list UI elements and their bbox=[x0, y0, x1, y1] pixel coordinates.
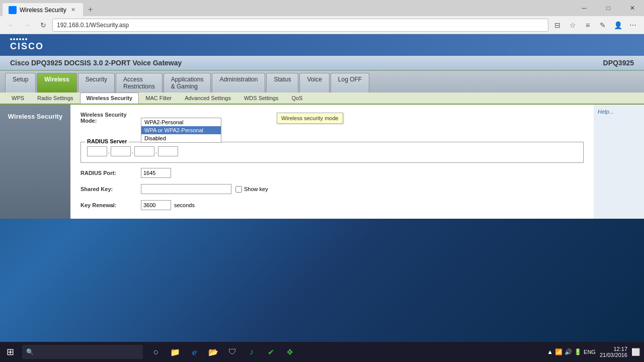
dropdown-option-wpa-or-wpa2[interactable]: WPA or WPA2-Personal bbox=[141, 126, 221, 134]
clock-time: 12:17 bbox=[600, 346, 627, 352]
tab-favicon bbox=[9, 6, 17, 14]
minimize-button[interactable]: ─ bbox=[573, 0, 596, 16]
section-title: Wireless Security bbox=[8, 113, 62, 120]
tooltip-text: Wireless security mode bbox=[281, 115, 339, 121]
more-icon[interactable]: ⋯ bbox=[626, 18, 640, 32]
radius-ip-inputs: . . . bbox=[87, 146, 577, 156]
forward-button[interactable]: → bbox=[20, 18, 34, 32]
radius-server-group: RADIUS Server . . . bbox=[80, 142, 584, 163]
taskbar-app-cortana[interactable]: ○ bbox=[147, 343, 165, 361]
radius-port-label: RADIUS Port: bbox=[80, 170, 141, 176]
browser-window: Wireless Security ✕ + ─ □ ✕ ← → ↻ ⊟ ☆ ≡ … bbox=[0, 0, 644, 219]
wireless-security-mode-label: Wireless Security Mode: bbox=[80, 112, 141, 124]
sub-tab-advanced-settings[interactable]: Advanced Settings bbox=[178, 93, 237, 104]
dropdown-option-disabled[interactable]: Disabled bbox=[141, 134, 221, 142]
radius-ip-octet-2[interactable] bbox=[111, 146, 131, 156]
taskbar-app-app2[interactable]: ✔ bbox=[262, 343, 280, 361]
address-bar: ← → ↻ ⊟ ☆ ≡ ✎ 👤 ⋯ bbox=[0, 16, 644, 34]
shared-key-label: Shared Key: bbox=[80, 186, 141, 192]
model-banner: Cisco DPQ3925 DOCSIS 3.0 2-PORT Voice Ga… bbox=[0, 56, 644, 71]
tools-icon[interactable]: ≡ bbox=[581, 18, 595, 32]
cisco-logo: CISCO bbox=[10, 41, 44, 52]
header-bar: CISCO bbox=[0, 34, 644, 56]
sub-tab-wireless-security[interactable]: Wireless Security bbox=[80, 93, 139, 104]
edit-icon[interactable]: ✎ bbox=[596, 18, 610, 32]
show-key-label: Show key bbox=[235, 186, 268, 193]
taskbar-time: 12:17 21/03/2016 bbox=[600, 346, 627, 358]
tab-administration[interactable]: Administration bbox=[212, 73, 265, 93]
tab-logoff[interactable]: Log OFF bbox=[331, 73, 369, 93]
favorites-icon[interactable]: ☆ bbox=[566, 18, 580, 32]
wireless-security-mode-dropdown[interactable]: WPA2-Personal WPA or WPA2-Personal Disab… bbox=[141, 118, 221, 143]
cisco-dots bbox=[10, 38, 44, 40]
tab-wireless[interactable]: Wireless bbox=[37, 73, 76, 93]
key-renewal-row: Key Renewal: seconds bbox=[80, 200, 584, 210]
tab-access-restrictions[interactable]: AccessRestrictions bbox=[116, 73, 163, 93]
shared-key-input[interactable] bbox=[141, 184, 231, 194]
dropdown-option-wpa2[interactable]: WPA2-Personal bbox=[141, 118, 221, 126]
refresh-button[interactable]: ↻ bbox=[36, 18, 50, 32]
tab-voice[interactable]: Voice bbox=[299, 73, 329, 93]
sub-tab-mac-filter[interactable]: MAC Filter bbox=[139, 93, 178, 104]
model-number: DPQ3925 bbox=[603, 59, 634, 67]
start-button[interactable]: ⊞ bbox=[0, 342, 20, 362]
tray-network-icon: 📶 bbox=[555, 348, 562, 355]
taskbar-right: ▲ 📶 🔊 🔋 ENG 12:17 21/03/2016 ⬜ bbox=[547, 346, 644, 358]
seconds-label: seconds bbox=[174, 202, 195, 208]
search-icon: 🔍 bbox=[26, 348, 34, 355]
radius-port-row: RADIUS Port: bbox=[80, 168, 584, 178]
tab-status[interactable]: Status bbox=[266, 73, 298, 93]
radius-ip-octet-3[interactable] bbox=[134, 146, 154, 156]
radius-ip-octet-4[interactable] bbox=[158, 146, 178, 156]
close-window-button[interactable]: ✕ bbox=[621, 0, 644, 16]
sub-tab-qos[interactable]: QoS bbox=[285, 93, 309, 104]
tab-security[interactable]: Security bbox=[78, 73, 115, 93]
product-name: Cisco DPQ3925 DOCSIS 3.0 2-PORT Voice Ga… bbox=[10, 59, 182, 67]
back-button[interactable]: ← bbox=[4, 18, 18, 32]
url-input[interactable] bbox=[52, 19, 548, 32]
key-renewal-label: Key Renewal: bbox=[80, 202, 141, 208]
side-label: Wireless Security bbox=[0, 105, 70, 219]
taskbar: ⊞ 🔍 ○ 📁 ℯ 📂 🛡 ♪ ✔ ❖ ▲ 📶 bbox=[0, 342, 644, 362]
shared-key-row: Shared Key: Show key bbox=[80, 184, 584, 194]
tab-close-button[interactable]: ✕ bbox=[69, 6, 77, 14]
router-ui: CISCO Cisco DPQ3925 DOCSIS 3.0 2-PORT Vo… bbox=[0, 34, 644, 219]
browser-tab[interactable]: Wireless Security ✕ bbox=[2, 3, 84, 17]
cisco-logo-area: CISCO bbox=[10, 38, 44, 52]
help-link[interactable]: Help... bbox=[598, 109, 614, 115]
sub-tab-wps[interactable]: WPS bbox=[5, 93, 31, 104]
taskbar-app-spotify[interactable]: ♪ bbox=[243, 343, 261, 361]
tab-applications-gaming[interactable]: Applications& Gaming bbox=[164, 73, 211, 93]
tray-battery-icon: 🔋 bbox=[574, 348, 582, 355]
radius-port-input[interactable] bbox=[141, 168, 171, 178]
taskbar-search[interactable]: 🔍 bbox=[22, 345, 143, 359]
clock-date: 21/03/2016 bbox=[600, 352, 627, 358]
taskbar-apps: ○ 📁 ℯ 📂 🛡 ♪ ✔ ❖ bbox=[147, 343, 299, 361]
window-controls: ─ □ ✕ bbox=[573, 0, 644, 16]
toolbar-icons: ⊟ ☆ ≡ ✎ 👤 ⋯ bbox=[550, 18, 640, 32]
radius-ip-octet-1[interactable] bbox=[87, 146, 107, 156]
tab-setup[interactable]: Setup bbox=[5, 73, 36, 93]
taskbar-app-app3[interactable]: ❖ bbox=[281, 343, 299, 361]
radius-legend: RADIUS Server bbox=[85, 138, 129, 144]
notification-icon[interactable]: ⬜ bbox=[631, 348, 640, 356]
tray-volume-icon: 🔊 bbox=[565, 348, 572, 355]
tray-arrow[interactable]: ▲ bbox=[547, 348, 553, 355]
help-area: Help... bbox=[594, 105, 644, 219]
page-content: CISCO Cisco DPQ3925 DOCSIS 3.0 2-PORT Vo… bbox=[0, 34, 644, 219]
taskbar-app-explorer[interactable]: 📁 bbox=[166, 343, 184, 361]
profile-icon[interactable]: 👤 bbox=[611, 18, 625, 32]
new-tab-button[interactable]: + bbox=[84, 3, 98, 17]
tooltip-popup: Wireless security mode bbox=[277, 113, 343, 124]
sub-tab-radio-settings[interactable]: Radio Settings bbox=[31, 93, 80, 104]
maximize-button[interactable]: □ bbox=[597, 0, 620, 16]
taskbar-app-app1[interactable]: 🛡 bbox=[223, 343, 242, 361]
taskbar-app-ie[interactable]: ℯ bbox=[185, 343, 203, 361]
sidebar-icon[interactable]: ⊟ bbox=[550, 18, 565, 32]
show-key-checkbox[interactable] bbox=[235, 186, 242, 193]
sub-nav: WPS Radio Settings Wireless Security MAC… bbox=[0, 93, 644, 105]
sub-tab-wds-settings[interactable]: WDS Settings bbox=[237, 93, 285, 104]
sys-tray: ▲ 📶 🔊 🔋 ENG bbox=[547, 348, 596, 355]
key-renewal-input[interactable] bbox=[141, 200, 171, 210]
taskbar-app-folder[interactable]: 📂 bbox=[204, 343, 222, 361]
